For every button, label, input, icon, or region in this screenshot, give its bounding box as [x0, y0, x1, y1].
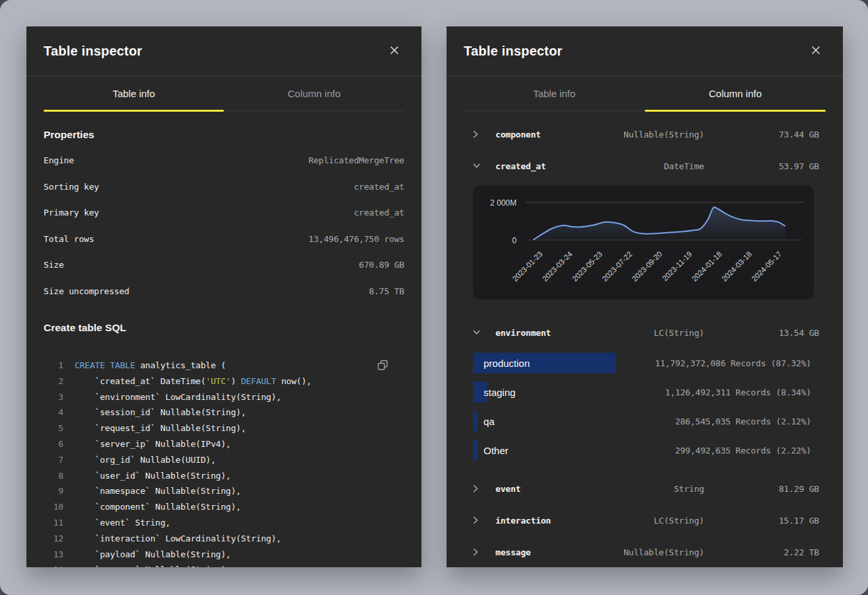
- create-table-sql-heading: Create table SQL: [44, 322, 404, 335]
- property-row-primary-key: Primary keycreated_at: [44, 200, 404, 226]
- chevron-down-icon[interactable]: [473, 163, 495, 169]
- env-value-records: 1,126,492,311 Records (8.34%): [665, 387, 811, 397]
- env-value-records: 299,492,635 Records (2.22%): [675, 446, 811, 456]
- env-value-row-staging: staging1,126,492,311 Records (8.34%): [473, 377, 819, 407]
- line-number: 7: [44, 452, 63, 468]
- chevron-right-icon[interactable]: [473, 485, 495, 493]
- column-size: 13.54 GB: [756, 328, 819, 338]
- table-inspector-modal-table-info: Table inspector Table info Column info P…: [26, 26, 421, 567]
- chevron-right-icon[interactable]: [473, 548, 495, 556]
- line-number: 2: [44, 374, 63, 389]
- modal-header: Table inspector: [26, 26, 421, 76]
- env-value-label: Other: [484, 445, 509, 456]
- copy-icon: [377, 363, 388, 373]
- close-icon: [811, 46, 820, 57]
- copy-sql-button[interactable]: [376, 358, 390, 374]
- sql-line: 4 `session_id` Nullable(String),: [44, 405, 404, 420]
- property-label: Primary key: [44, 208, 99, 218]
- area-fill: [534, 207, 785, 240]
- sql-code-text: `message` Nullable(String): [75, 562, 226, 567]
- sql-line: 6 `server_ip` Nullable(IPv4),: [44, 436, 404, 452]
- column-row-interaction[interactable]: interactionLC(String)15.17 GB: [473, 504, 819, 536]
- column-row-component[interactable]: componentNullable(String)73.44 GB: [473, 118, 819, 150]
- environment-value-distribution: production11,792,372,086 Records (87.32%…: [473, 348, 819, 465]
- line-number: 9: [44, 483, 63, 499]
- property-row-size-uncompressed: Size uncompressed8.75 TB: [44, 278, 404, 305]
- column-row-event[interactable]: eventString81.29 GB: [473, 473, 819, 504]
- column-name: created_at: [495, 161, 664, 171]
- env-value-row-production: production11,792,372,086 Records (87.32%…: [473, 348, 819, 377]
- close-button[interactable]: [809, 43, 823, 60]
- y-axis-tick-label: 2 000M: [490, 198, 517, 208]
- tab-column-info[interactable]: Column info: [645, 76, 826, 110]
- env-value-bar: [473, 440, 478, 461]
- sql-line: 8 `user_id` Nullable(String),: [44, 468, 404, 484]
- tab-table-info[interactable]: Table info: [464, 76, 645, 110]
- env-value-bar: [473, 411, 478, 432]
- property-value: 8.75 TB: [369, 286, 404, 296]
- x-axis-tick-label: 2023-07-22: [600, 250, 633, 283]
- x-axis-tick-label: 2024-01-18: [690, 250, 723, 283]
- tab-bar: Table info Column info: [464, 76, 826, 111]
- property-row-total-rows: Total rows13,496,476,750 rows: [44, 226, 404, 253]
- property-value: created_at: [354, 208, 404, 218]
- y-axis-tick-label: 0: [512, 236, 517, 245]
- sql-lines: 1CREATE TABLE analytics_table (2 `create…: [44, 358, 404, 567]
- close-button[interactable]: [387, 43, 402, 60]
- chevron-down-icon[interactable]: [473, 330, 495, 335]
- line-number: 4: [44, 405, 63, 420]
- property-value: 13,496,476,750 rows: [308, 234, 404, 244]
- sql-code-text: `namespace` Nullable(String),: [75, 483, 241, 499]
- sql-line: 13 `payload` Nullable(String),: [44, 547, 404, 563]
- tab-table-info[interactable]: Table info: [44, 76, 224, 110]
- sql-code-text: `server_ip` Nullable(IPv4),: [75, 436, 231, 452]
- table-info-content: Properties EngineReplicatedMergeTreeSort…: [26, 129, 421, 567]
- env-value-label: production: [484, 358, 530, 369]
- sql-line: 5 `request_id` Nullable(String),: [44, 420, 404, 436]
- env-value-row-other: Other299,492,635 Records (2.22%): [473, 436, 819, 465]
- property-value: 670.89 GB: [359, 260, 404, 270]
- properties-list: EngineReplicatedMergeTreeSorting keycrea…: [44, 147, 404, 304]
- line-number: 5: [44, 420, 63, 436]
- close-icon: [390, 46, 399, 57]
- column-name: event: [495, 484, 674, 494]
- sql-code-text: `payload` Nullable(String),: [75, 547, 231, 563]
- env-value-label: staging: [484, 387, 515, 398]
- modal-header: Table inspector: [447, 26, 843, 76]
- line-number: 8: [44, 468, 63, 484]
- column-name: message: [495, 547, 624, 557]
- column-size: 15.17 GB: [756, 516, 819, 526]
- sql-line: 10 `component` Nullable(String),: [44, 499, 404, 515]
- env-value-records: 286,545,035 Records (2.12%): [675, 416, 811, 426]
- sql-line: 14 `message` Nullable(String): [44, 562, 404, 567]
- env-value-row-qa: qa286,545,035 Records (2.12%): [473, 407, 819, 436]
- table-inspector-modal-column-info: Table inspector Table info Column info c…: [447, 26, 843, 567]
- sql-line: 1CREATE TABLE analytics_table (: [44, 358, 404, 374]
- sql-code-text: `org_id` Nullable(UUID),: [75, 452, 216, 468]
- tab-column-info[interactable]: Column info: [224, 76, 404, 110]
- line-number: 11: [44, 515, 63, 531]
- chevron-right-icon[interactable]: [473, 516, 495, 524]
- column-row-environment[interactable]: environmentLC(String)13.54 GB: [473, 317, 819, 348]
- column-type: Nullable(String): [624, 547, 756, 557]
- sql-line: 3 `environment` LowCardinality(String),: [44, 389, 404, 405]
- page-background: Table inspector Table info Column info P…: [0, 0, 868, 595]
- line-number: 6: [44, 436, 63, 452]
- property-label: Size uncompressed: [44, 286, 129, 296]
- column-size: 2.22 TB: [756, 547, 819, 557]
- env-value-records: 11,792,372,086 Records (87.32%): [655, 358, 811, 368]
- column-name: environment: [495, 328, 654, 338]
- property-value: ReplicatedMergeTree: [308, 155, 404, 165]
- sql-line: 2 `created_at` DateTime('UTC') DEFAULT n…: [44, 374, 404, 389]
- sql-code-text: `event` String,: [75, 515, 170, 531]
- sql-code-text: `session_id` Nullable(String),: [75, 405, 246, 420]
- modal-title: Table inspector: [464, 44, 562, 59]
- column-row-message[interactable]: messageNullable(String)2.22 TB: [473, 536, 819, 567]
- property-row-engine: EngineReplicatedMergeTree: [44, 147, 404, 174]
- property-label: Total rows: [44, 234, 94, 244]
- column-row-created_at[interactable]: created_atDateTime53.97 GB: [473, 150, 819, 182]
- columns-list: componentNullable(String)73.44 GBcreated…: [473, 118, 819, 567]
- chevron-right-icon[interactable]: [473, 130, 495, 138]
- x-axis-tick-label: 2023-01-23: [511, 250, 544, 283]
- env-value-label: qa: [484, 416, 495, 427]
